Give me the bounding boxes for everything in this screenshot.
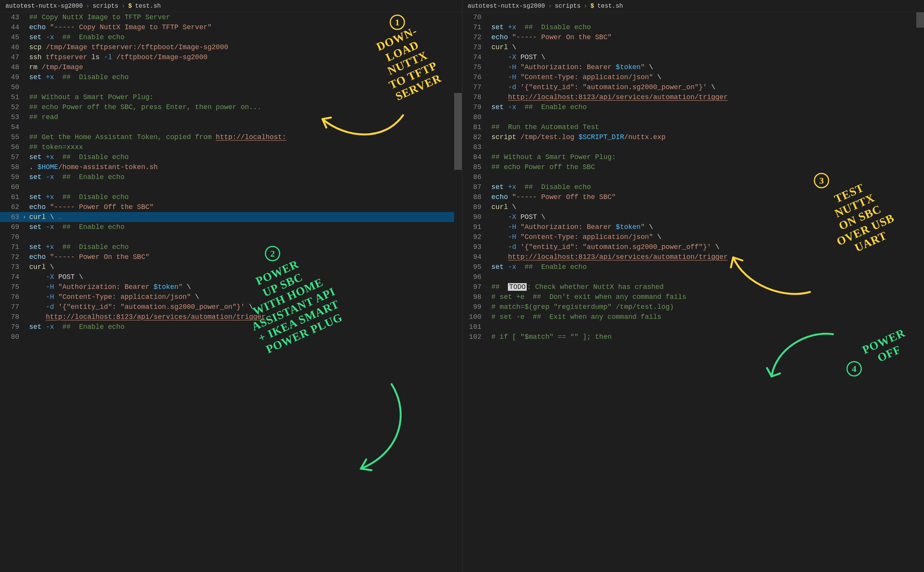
code-content[interactable]: ## echo Power off the SBC xyxy=(489,162,595,172)
code-line[interactable]: 78 http://localhost:8123/api/services/au… xyxy=(0,312,462,322)
code-line[interactable]: 74 -X POST \ xyxy=(0,272,462,282)
code-line[interactable]: 57set +x ## Disable echo xyxy=(0,152,462,162)
code-line[interactable]: 70 xyxy=(462,12,924,22)
code-content[interactable]: http://localhost:8123/api/services/autom… xyxy=(489,92,728,102)
code-line[interactable]: 86 xyxy=(462,172,924,182)
code-line[interactable]: 52## echo Power off the SBC, press Enter… xyxy=(0,102,462,112)
code-line[interactable]: 84## Without a Smart Power Plug: xyxy=(462,152,924,162)
code-line[interactable]: 61set +x ## Disable echo xyxy=(0,192,462,202)
code-content[interactable]: curl \ xyxy=(489,202,516,212)
code-line[interactable]: 59set -x ## Enable echo xyxy=(0,172,462,182)
code-line[interactable]: 50 xyxy=(0,82,462,92)
code-line[interactable]: 102# if [ "$match" == "" ]; then xyxy=(462,332,924,342)
code-line[interactable]: 44echo "----- Copy NuttX Image to TFTP S… xyxy=(0,22,462,32)
code-line[interactable]: 46scp /tmp/Image tftpserver:/tftpboot/Im… xyxy=(0,42,462,52)
code-content[interactable]: set -x ## Enable echo xyxy=(27,172,124,182)
code-line[interactable]: 47ssh tftpserver ls -l /tftpboot/Image-s… xyxy=(0,52,462,62)
code-line[interactable]: 69set -x ## Enable echo xyxy=(0,222,462,232)
code-line[interactable]: 77 -d '{"entity_id": "automation.sg2000_… xyxy=(462,82,924,92)
code-content[interactable]: -H "Authorization: Bearer $token" \ xyxy=(489,62,653,72)
crumb-subfolder[interactable]: scripts xyxy=(93,1,118,11)
code-content[interactable]: set -x ## Enable echo xyxy=(489,102,587,112)
code-line[interactable]: 85## echo Power off the SBC xyxy=(462,162,924,172)
breadcrumb[interactable]: autotest-nuttx-sg2000 › scripts › $ test… xyxy=(0,0,462,12)
code-line[interactable]: 89curl \ xyxy=(462,202,924,212)
code-content[interactable]: ## TODO: Check whether NuttX has crashed xyxy=(489,282,664,292)
code-content[interactable]: echo "----- Power On the SBC" xyxy=(489,32,612,42)
code-line[interactable]: 100# set -e ## Exit when any command fai… xyxy=(462,312,924,322)
code-line[interactable]: 45set -x ## Enable echo xyxy=(0,32,462,42)
code-line[interactable]: 72echo "----- Power On the SBC" xyxy=(0,252,462,262)
code-content[interactable]: # match=$(grep "registerdump" /tmp/test.… xyxy=(489,302,674,312)
code-line[interactable]: 80 xyxy=(0,332,462,342)
code-content[interactable]: -d '{"entity_id": "automation.sg2000_pow… xyxy=(27,302,253,312)
code-line[interactable]: 71set +x ## Disable echo xyxy=(462,22,924,32)
code-content[interactable]: ## Copy NuttX Image to TFTP Server xyxy=(27,12,170,22)
code-line[interactable]: 77 -d '{"entity_id": "automation.sg2000_… xyxy=(0,302,462,312)
code-content[interactable]: -H "Authorization: Bearer $token" \ xyxy=(489,222,653,232)
breadcrumb[interactable]: autotest-nuttx-sg2000 › scripts › $ test… xyxy=(462,0,924,12)
code-content[interactable]: # set +e ## Don't exit when any command … xyxy=(489,292,686,302)
code-content[interactable]: set +x ## Disable echo xyxy=(27,242,129,252)
code-content[interactable]: -H "Content-Type: application/json" \ xyxy=(489,72,661,82)
code-content[interactable]: ## echo Power off the SBC, press Enter, … xyxy=(27,102,261,112)
code-line[interactable]: 97## TODO: Check whether NuttX has crash… xyxy=(462,282,924,292)
code-content[interactable]: curl \ … xyxy=(27,212,61,222)
crumb-file[interactable]: test.sh xyxy=(597,1,623,11)
code-line[interactable]: 95set -x ## Enable echo xyxy=(462,262,924,272)
code-line[interactable]: 70 xyxy=(0,232,462,242)
code-line[interactable]: 76 -H "Content-Type: application/json" \ xyxy=(462,72,924,82)
code-line[interactable]: 101 xyxy=(462,322,924,332)
scrollbar-thumb[interactable] xyxy=(916,12,924,28)
code-content[interactable]: scp /tmp/Image tftpserver:/tftpboot/Imag… xyxy=(27,42,228,52)
code-content[interactable]: curl \ xyxy=(489,42,516,52)
code-line[interactable]: 73curl \ xyxy=(462,42,924,52)
crumb-subfolder[interactable]: scripts xyxy=(555,1,580,11)
code-line[interactable]: 62echo "----- Power Off the SBC" xyxy=(0,202,462,212)
code-line[interactable]: 71set +x ## Disable echo xyxy=(0,242,462,252)
code-content[interactable]: set +x ## Disable echo xyxy=(27,152,129,162)
code-content[interactable]: ## Without a Smart Power Plug: xyxy=(27,92,154,102)
code-content[interactable]: set -x ## Enable echo xyxy=(489,262,587,272)
code-line[interactable]: 82script /tmp/test.log $SCRIPT_DIR/nuttx… xyxy=(462,132,924,142)
code-content[interactable]: set -x ## Enable echo xyxy=(27,222,124,232)
code-content[interactable]: ssh tftpserver ls -l /tftpboot/Image-sg2… xyxy=(27,52,208,62)
code-content[interactable]: ## Run the Automated Test xyxy=(489,122,599,132)
code-line[interactable]: 43## Copy NuttX Image to TFTP Server xyxy=(0,12,462,22)
code-line[interactable]: 55## Get the Home Assistant Token, copie… xyxy=(0,132,462,142)
code-line[interactable]: 75 -H "Authorization: Bearer $token" \ xyxy=(462,62,924,72)
code-line[interactable]: 74 -X POST \ xyxy=(462,52,924,62)
code-content[interactable]: # if [ "$match" == "" ]; then xyxy=(489,332,612,342)
code-line[interactable]: 79set -x ## Enable echo xyxy=(0,322,462,332)
scrollbar[interactable] xyxy=(916,12,924,572)
code-content[interactable]: ## token=xxxx xyxy=(27,142,83,152)
code-line[interactable]: 49set +x ## Disable echo xyxy=(0,72,462,82)
code-line[interactable]: 99# match=$(grep "registerdump" /tmp/tes… xyxy=(462,302,924,312)
code-content[interactable]: -d '{"entity_id": "automation.sg2000_pow… xyxy=(489,242,719,252)
code-line[interactable]: 91 -H "Authorization: Bearer $token" \ xyxy=(462,222,924,232)
code-line[interactable]: 75 -H "Authorization: Bearer $token" \ xyxy=(0,282,462,292)
code-line[interactable]: 56## token=xxxx xyxy=(0,142,462,152)
code-line[interactable]: 88echo "----- Power Off the SBC" xyxy=(462,192,924,202)
code-line[interactable]: 58. $HOME/home-assistant-token.sh xyxy=(0,162,462,172)
code-line[interactable]: 48rm /tmp/Image xyxy=(0,62,462,72)
code-line[interactable]: 96 xyxy=(462,272,924,282)
code-line[interactable]: 93 -d '{"entity_id": "automation.sg2000_… xyxy=(462,242,924,252)
code-line[interactable]: 60 xyxy=(0,182,462,192)
code-line[interactable]: 98# set +e ## Don't exit when any comman… xyxy=(462,292,924,302)
code-line[interactable]: 90 -X POST \ xyxy=(462,212,924,222)
code-content[interactable]: rm /tmp/Image xyxy=(27,62,83,72)
code-content[interactable]: script /tmp/test.log $SCRIPT_DIR/nuttx.e… xyxy=(489,132,666,142)
code-content[interactable]: set +x ## Disable echo xyxy=(27,72,129,82)
code-line[interactable]: 80 xyxy=(462,112,924,122)
code-line[interactable]: 83 xyxy=(462,142,924,152)
code-content[interactable]: ## read xyxy=(27,112,58,122)
crumb-folder[interactable]: autotest-nuttx-sg2000 xyxy=(5,1,83,11)
code-line[interactable]: 81## Run the Automated Test xyxy=(462,122,924,132)
code-content[interactable]: echo "----- Copy NuttX Image to TFTP Ser… xyxy=(27,22,212,32)
code-line[interactable]: 53## read xyxy=(0,112,462,122)
scrollbar-thumb[interactable] xyxy=(454,93,462,170)
code-content[interactable]: set +x ## Disable echo xyxy=(27,192,129,202)
code-line[interactable]: 92 -H "Content-Type: application/json" \ xyxy=(462,232,924,242)
code-content[interactable]: -H "Authorization: Bearer $token" \ xyxy=(27,282,191,292)
